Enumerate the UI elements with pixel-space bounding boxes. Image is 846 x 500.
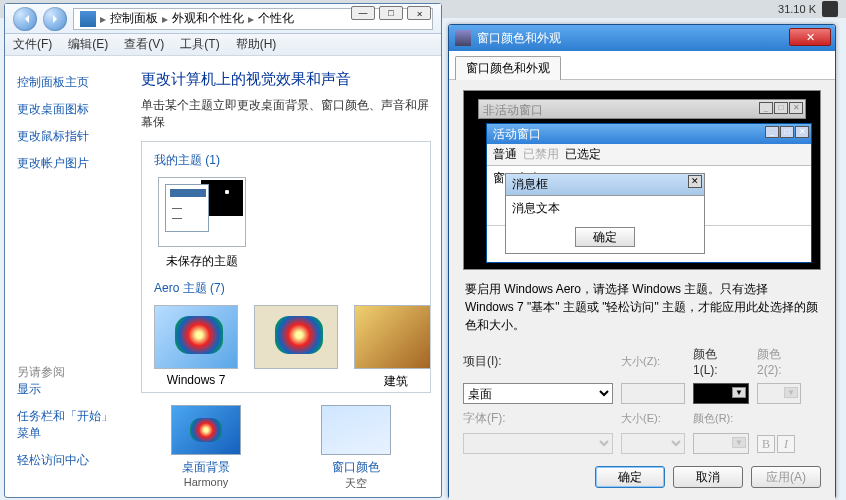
tray-bird-icon[interactable] [822,1,838,17]
status-size: 31.10 K [778,3,816,15]
font-color-picker [693,433,749,454]
page-description: 单击某个主题立即更改桌面背景、窗口颜色、声音和屏幕保 [141,97,431,131]
font-color-label: 颜色(R): [693,411,749,426]
link-desktop-background[interactable]: 桌面背景 Harmony [171,405,241,491]
font-row: 字体(F): 大小(E): 颜色(R): BI [463,410,821,454]
preview-ok-button[interactable]: 确定 [575,227,635,247]
item-row: 项目(I): 大小(Z): 颜色1(L): 颜色2(2): 桌面 [463,346,821,404]
themes-listbox[interactable]: 我的主题 (1) 未保存的主题 Aero 主题 (7) Windows 7 [141,141,431,393]
sidebar-also-heading: 另请参阅 [17,364,123,381]
theme-item-aero2[interactable] [254,305,338,390]
theme-label: Windows 7 [154,373,238,387]
aero-hint-text: 要启用 Windows Aero，请选择 Windows 主题。只有选择 Win… [465,280,819,334]
nav-back-button[interactable] [13,7,37,31]
cancel-button[interactable]: 取消 [673,466,743,488]
window-controls: — □ ⨉ [351,6,431,20]
sidebar-taskbar[interactable]: 任务栏和「开始」菜单 [17,408,123,442]
theme-label: 未保存的主题 [154,253,250,270]
link-window-color[interactable]: 窗口颜色 天空 [321,405,391,491]
sidebar: 控制面板主页 更改桌面图标 更改鼠标指针 更改帐户图片 另请参阅 显示 任务栏和… [5,56,135,497]
menu-view[interactable]: 查看(V) [124,36,164,53]
color-appearance-dialog: 窗口颜色和外观 ✕ 窗口颜色和外观 非活动窗口 _□✕ 活动窗口 _□✕ 普通已… [448,24,836,499]
control-panel-icon [80,11,96,27]
window-color-icon [321,405,391,455]
dialog-close-button[interactable]: ✕ [789,28,831,46]
nav-forward-button[interactable] [43,7,67,31]
sidebar-ease-of-access[interactable]: 轻松访问中心 [17,452,123,469]
font-select [463,433,613,454]
crumb-appearance[interactable]: 外观和个性化 [172,10,244,27]
dialog-buttons: 确定 取消 应用(A) [595,466,821,488]
crumb-control-panel[interactable]: 控制面板 [110,10,158,27]
font-size-label: 大小(E): [621,411,685,426]
theme-thumb [354,305,431,369]
preview-area[interactable]: 非活动窗口 _□✕ 活动窗口 _□✕ 普通已禁用已选定 窗口文本 消息框✕ 消息… [463,90,821,270]
my-themes-heading: 我的主题 (1) [154,152,418,169]
theme-thumb [158,177,246,247]
sidebar-account-picture[interactable]: 更改帐户图片 [17,155,123,172]
tab-window-color[interactable]: 窗口颜色和外观 [455,56,561,80]
preview-menu: 普通已禁用已选定 [487,144,811,166]
sidebar-display[interactable]: 显示 [17,381,123,398]
aero-themes-heading: Aero 主题 (7) [154,280,418,297]
sidebar-mouse-pointers[interactable]: 更改鼠标指针 [17,128,123,145]
color2-picker [757,383,801,404]
theme-item-windows7[interactable]: Windows 7 [154,305,238,390]
bold-italic-buttons: BI [757,435,801,453]
maximize-button[interactable]: □ [379,6,403,20]
control-panel-window: — □ ⨉ ▸ 控制面板 ▸ 外观和个性化 ▸ 个性化 文件(F) 编辑(E) … [4,3,442,498]
dialog-titlebar[interactable]: 窗口颜色和外观 ✕ [449,25,835,51]
apply-button[interactable]: 应用(A) [751,466,821,488]
minimize-button[interactable]: — [351,6,375,20]
color1-picker[interactable] [693,383,749,404]
ok-button[interactable]: 确定 [595,466,665,488]
crumb-personalization[interactable]: 个性化 [258,10,294,27]
dialog-icon [455,30,471,46]
menu-help[interactable]: 帮助(H) [236,36,277,53]
theme-item-architecture[interactable]: 建筑 [354,305,431,390]
font-size-select [621,433,685,454]
menu-edit[interactable]: 编辑(E) [68,36,108,53]
sidebar-desktop-icons[interactable]: 更改桌面图标 [17,101,123,118]
theme-thumb [154,305,238,369]
main-content: 更改计算机上的视觉效果和声音 单击某个主题立即更改桌面背景、窗口颜色、声音和屏幕… [135,56,441,497]
preview-message-box[interactable]: 消息框✕ 消息文本 确定 [505,173,705,254]
menu-tools[interactable]: 工具(T) [180,36,219,53]
item-size-stepper [621,383,685,404]
dialog-title: 窗口颜色和外观 [477,30,561,47]
theme-label: 建筑 [354,373,431,390]
theme-thumb [254,305,338,369]
menu-file[interactable]: 文件(F) [13,36,52,53]
theme-item-unsaved[interactable]: 未保存的主题 [154,177,250,270]
menu-bar: 文件(F) 编辑(E) 查看(V) 工具(T) 帮助(H) [5,34,441,56]
desktop-background-icon [171,405,241,455]
item-label: 项目(I): [463,353,613,370]
sidebar-home[interactable]: 控制面板主页 [17,74,123,91]
size-label: 大小(Z): [621,354,685,369]
close-button[interactable]: ⨉ [407,6,431,20]
preview-inactive-window[interactable]: 非活动窗口 _□✕ [478,99,806,119]
page-title: 更改计算机上的视觉效果和声音 [141,70,431,89]
item-select[interactable]: 桌面 [463,383,613,404]
tab-strip: 窗口颜色和外观 [449,51,835,80]
preview-active-window[interactable]: 活动窗口 _□✕ 普通已禁用已选定 窗口文本 消息框✕ 消息文本 确定 [486,123,812,263]
font-label: 字体(F): [463,410,613,427]
